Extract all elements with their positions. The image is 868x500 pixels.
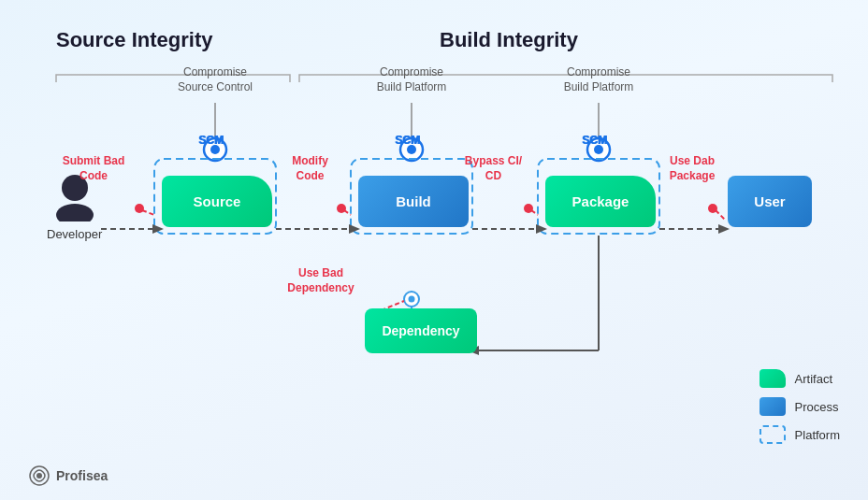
platform-icon xyxy=(760,425,786,444)
logo: Profisea xyxy=(28,464,108,487)
svg-point-37 xyxy=(56,204,94,221)
build-node: Build xyxy=(358,176,469,227)
legend-platform: Platform xyxy=(760,425,840,444)
svg-point-39 xyxy=(36,473,42,479)
svg-point-25 xyxy=(524,204,533,213)
artifact-icon xyxy=(760,369,786,388)
diagram-svg xyxy=(0,28,868,477)
svg-point-23 xyxy=(337,204,346,213)
svg-point-29 xyxy=(409,296,415,303)
scm-build: SCM xyxy=(396,134,421,147)
svg-marker-19 xyxy=(718,224,730,234)
compromise-source-label: CompromiseSource Control xyxy=(168,65,262,94)
scm-package: SCM xyxy=(583,134,608,147)
modify-code-label: ModifyCode xyxy=(275,154,345,183)
scm-source: SCM xyxy=(199,134,224,147)
svg-point-27 xyxy=(708,204,717,213)
compromise-build1-label: CompromiseBuild Platform xyxy=(365,65,458,94)
compromise-build2-label: CompromiseBuild Platform xyxy=(552,65,645,94)
main-container: Source Integrity Build Integrity xyxy=(0,0,868,500)
legend-process: Process xyxy=(760,397,840,416)
developer-label: Developer xyxy=(47,227,102,241)
user-node: User xyxy=(728,176,812,227)
legend-artifact: Artifact xyxy=(760,369,840,388)
process-icon xyxy=(760,397,786,416)
legend: Artifact Process Platform xyxy=(760,369,840,444)
logo-icon xyxy=(28,464,51,487)
source-node: Source xyxy=(162,176,272,227)
use-bad-dependency-label: Use BadDependency xyxy=(279,266,363,295)
svg-line-26 xyxy=(716,210,725,220)
use-dab-package-label: Use DabPackage xyxy=(655,154,730,183)
bypass-cicd-label: Bypass CI/CD xyxy=(458,154,528,183)
svg-point-21 xyxy=(135,204,144,213)
svg-line-20 xyxy=(142,210,154,215)
package-node: Package xyxy=(545,176,656,227)
submit-bad-code-label: Submit BadCode xyxy=(56,154,131,183)
dependency-node: Dependency xyxy=(365,308,477,353)
